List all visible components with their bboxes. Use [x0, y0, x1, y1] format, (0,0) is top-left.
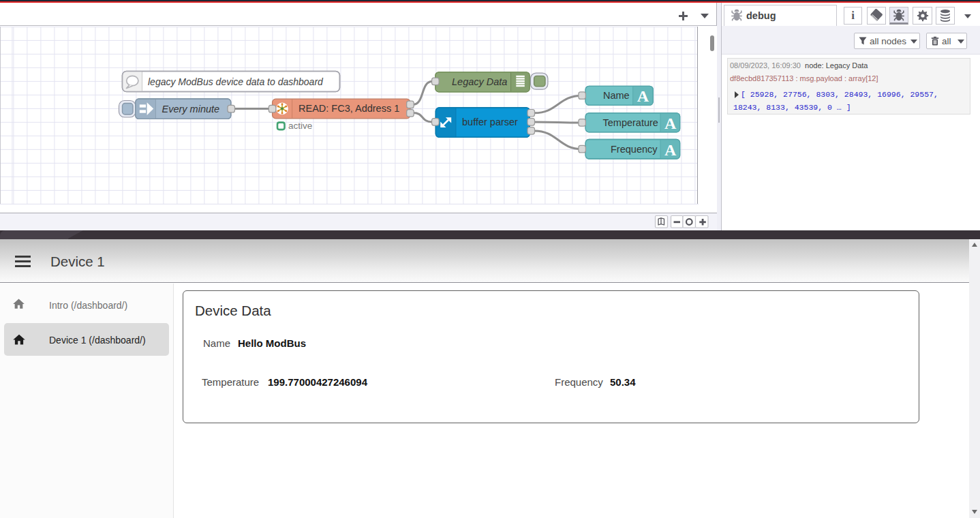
svg-text:buffer parser: buffer parser	[462, 117, 518, 127]
svg-text:Frequency: Frequency	[611, 144, 658, 155]
svg-text:Name: Name	[603, 90, 630, 101]
svg-text:A: A	[664, 141, 677, 159]
svg-text:A: A	[664, 115, 677, 132]
svg-text:READ: FC3, Address 1: READ: FC3, Address 1	[298, 103, 399, 114]
svg-text:A: A	[637, 87, 649, 105]
svg-text:Temperature: Temperature	[603, 117, 658, 128]
svg-text:active: active	[288, 121, 312, 131]
svg-text:Legacy Data: Legacy Data	[452, 76, 507, 87]
svg-text:legacy ModBus device data to d: legacy ModBus device data to dashboard	[148, 76, 324, 87]
svg-text:Every minute: Every minute	[162, 104, 220, 115]
